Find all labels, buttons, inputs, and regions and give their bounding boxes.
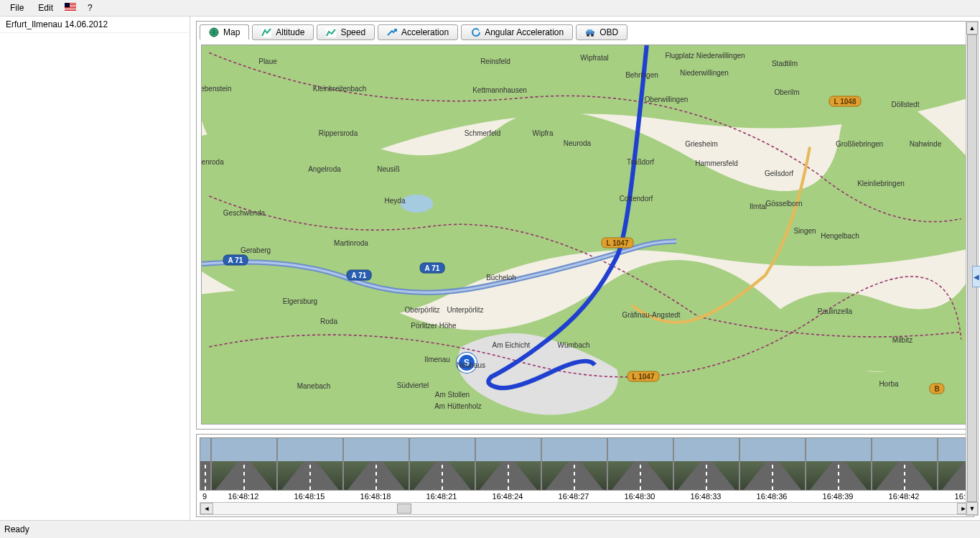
scroll-left-button[interactable]: ◄ [200,503,213,514]
menu-edit[interactable]: Edit [31,1,60,14]
thumb-timestamp: 16:48:30 [607,492,672,501]
thumb-image [806,437,872,491]
video-thumb[interactable]: 16:48:18 [343,437,408,501]
status-text: Ready [4,524,29,534]
main-panel: Map Altitude Speed Acceleration [190,17,980,520]
video-thumb[interactable]: 16:48:12 [211,437,276,501]
svg-point-16 [401,195,433,213]
tab-label: Angular Acceleration [485,27,564,37]
video-thumb[interactable]: 16:48:36 [739,437,804,501]
scroll-down-button[interactable]: ▼ [966,502,978,515]
thumb-timestamp: 16:48:12 [211,492,276,501]
trip-item[interactable]: Erfurt_Ilmenau 14.06.2012 [0,17,190,33]
accel-icon [387,27,397,37]
thumb-timestamp: 16:48:42 [872,492,936,501]
thumbnails-row: 916:48:1216:48:1516:48:1816:48:2116:48:2… [200,437,971,501]
thumb-timestamp: 16:48:39 [806,492,870,501]
angular-icon [470,27,480,37]
video-thumb[interactable]: 16:48:30 [607,437,672,501]
menu-file[interactable]: File [3,1,31,14]
menu-bar: File Edit ? [0,0,980,17]
locale-icon[interactable] [60,1,80,15]
thumb-image [607,437,673,491]
thumb-image [475,437,541,491]
thumb-image [343,437,409,491]
thumb-timestamp: 16:48:27 [541,492,606,501]
thumb-image [673,437,739,491]
thumb-timestamp: 16:48:36 [739,492,804,501]
reveal-right-panel[interactable]: ◀ [972,266,980,287]
tab-angular-acceleration[interactable]: Angular Acceleration [461,24,573,40]
road-shield: A 71 [420,263,445,274]
tab-label: Altitude [276,27,304,37]
thumb-timestamp: 16:48:15 [277,492,342,501]
content-area: Erfurt_Ilmenau 14.06.2012 Map Altitude S… [0,17,980,520]
map-canvas[interactable]: S PlaueReinsfeldWipfratalBehringenNieder… [201,45,969,425]
thumb-timestamp: 16:48:18 [343,492,408,501]
scroll-up-button[interactable]: ▲ [966,22,978,34]
tab-obd[interactable]: OBD [576,24,627,40]
trip-sidebar: Erfurt_Ilmenau 14.06.2012 [0,17,190,520]
thumb-image [872,437,938,491]
road-shield: L 1047 [627,371,660,382]
menu-help[interactable]: ? [80,1,100,14]
svg-rect-5 [65,9,76,9]
road-shield: L 1047 [602,238,634,249]
video-thumb[interactable]: 16:48:15 [277,437,342,501]
tab-label: Speed [340,27,365,37]
tab-altitude[interactable]: Altitude [252,24,314,40]
status-bar: Ready [0,520,980,538]
svg-rect-4 [65,7,76,8]
start-marker[interactable]: S [457,353,477,373]
thumb-image [211,437,277,491]
video-thumb[interactable]: 16:48:39 [806,437,870,501]
video-thumb[interactable]: 16:48:33 [673,437,738,501]
thumb-image [541,437,607,491]
svg-point-12 [587,34,589,37]
app-window: File Edit ? Erfurt_Ilmenau 14.06.2012 Ma… [0,0,980,538]
thumb-timestamp: 9 [200,492,210,501]
thumb-image [200,437,211,491]
video-thumb[interactable]: 16:48:27 [541,437,606,501]
tab-acceleration[interactable]: Acceleration [378,24,458,40]
map-tabs-panel: Map Altitude Speed Acceleration [196,21,974,430]
thumb-image [277,437,343,491]
tab-speed[interactable]: Speed [317,24,375,40]
road-shield: A 71 [347,270,372,281]
tab-label: Map [223,27,240,37]
scroll-thumb[interactable] [397,504,411,514]
svg-point-13 [591,34,594,37]
svg-rect-6 [65,10,76,11]
thumb-image [739,437,806,491]
video-thumb[interactable]: 16:48:21 [409,437,474,501]
road-shield: L 1048 [829,96,862,107]
road-shield: B [929,384,944,394]
road-shield: A 71 [223,255,248,266]
svg-rect-7 [65,3,70,7]
tabstrip: Map Altitude Speed Acceleration [197,22,974,40]
svg-rect-14 [587,29,592,32]
thumbnails-scrollbar[interactable]: ◄ ► [200,502,971,515]
thumb-timestamp: 16:48:33 [673,492,738,501]
video-thumb[interactable]: 16:48:24 [475,437,540,501]
globe-icon [209,27,219,37]
video-thumb[interactable]: 16:48:42 [872,437,936,501]
altitude-icon [261,27,271,37]
thumbnails-panel: 916:48:1216:48:1516:48:1816:48:2116:48:2… [196,434,974,517]
tab-label: OBD [599,27,618,37]
thumb-image [409,437,475,491]
obd-icon [585,27,595,37]
thumb-timestamp: 16:48:24 [475,492,540,501]
thumb-timestamp: 16:48:21 [409,492,474,501]
speed-icon [326,27,336,37]
tab-label: Acceleration [401,27,449,37]
video-thumb[interactable]: 9 [200,437,210,501]
tab-map[interactable]: Map [200,24,249,40]
